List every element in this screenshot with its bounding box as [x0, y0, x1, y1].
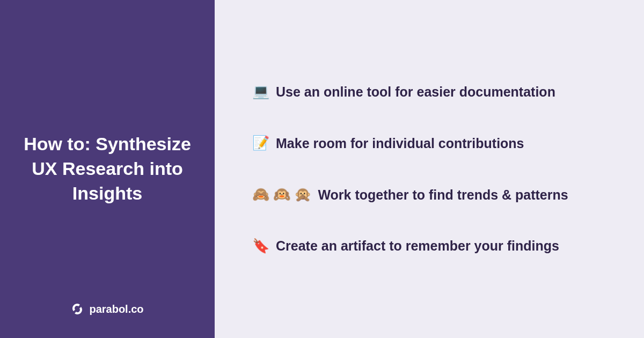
memo-icon: 📝 [252, 134, 269, 152]
list-item: 🔖 Create an artifact to remember your fi… [252, 237, 612, 255]
bookmark-icon: 🔖 [252, 237, 269, 255]
laptop-icon: 💻 [252, 83, 269, 101]
brand-name: parabol.co [89, 303, 143, 315]
main-panel: 💻 Use an online tool for easier document… [215, 0, 644, 338]
list-item: 💻 Use an online tool for easier document… [252, 83, 612, 101]
list-item: 📝 Make room for individual contributions [252, 134, 612, 152]
list-item: 🙈 🙉 🙊 Work together to find trends & pat… [252, 186, 612, 204]
page-title: How to: Synthesize UX Research into Insi… [21, 132, 193, 206]
sidebar-panel: How to: Synthesize UX Research into Insi… [0, 0, 215, 338]
list-item-text: Use an online tool for easier documentat… [276, 83, 555, 101]
list-item-text: Work together to find trends & patterns [318, 186, 568, 204]
parabol-logo-icon [71, 303, 84, 315]
monkey-icons: 🙈 🙉 🙊 [252, 186, 311, 204]
list-item-text: Create an artifact to remember your find… [276, 237, 559, 255]
list-item-text: Make room for individual contributions [276, 135, 524, 152]
brand-logo: parabol.co [0, 303, 215, 315]
